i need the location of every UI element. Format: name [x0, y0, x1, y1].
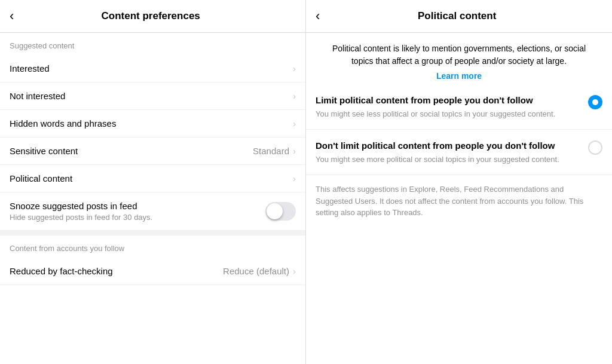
right-panel: ‹ Political content Political content is… [306, 0, 612, 364]
snooze-toggle[interactable] [265, 202, 296, 221]
left-panel: ‹ Content preferences Suggested content … [0, 0, 306, 364]
option-limit-title: Limit political content from people you … [316, 94, 581, 106]
hidden-words-label: Hidden words and phrases [10, 118, 293, 129]
not-interested-item[interactable]: Not interested › [0, 82, 305, 110]
section-divider [0, 231, 305, 235]
sensitive-content-label: Sensitive content [10, 146, 253, 156]
left-panel-title: Content preferences [19, 10, 283, 22]
political-content-chevron: › [293, 173, 296, 183]
sensitive-content-item[interactable]: Sensitive content Standard › [0, 137, 305, 165]
option-limit-text: Limit political content from people you … [316, 94, 581, 120]
fact-checking-item[interactable]: Reduced by fact-checking Reduce (default… [0, 258, 305, 285]
hidden-words-item[interactable]: Hidden words and phrases › [0, 110, 305, 137]
interested-item[interactable]: Interested › [0, 55, 305, 82]
option-limit-item[interactable]: Limit political content from people you … [306, 84, 612, 130]
learn-more-link[interactable]: Learn more [325, 71, 593, 81]
description-block: Political content is likely to mention g… [306, 33, 612, 84]
suggested-content-label: Suggested content [0, 33, 305, 55]
sensitive-content-value: Standard [253, 146, 289, 156]
sensitive-content-chevron: › [293, 146, 296, 156]
option-no-limit-title: Don't limit political content from peopl… [316, 139, 581, 152]
not-interested-label: Not interested [10, 91, 293, 101]
political-content-item[interactable]: Political content › [0, 165, 305, 192]
interested-chevron: › [293, 63, 296, 74]
snooze-title: Snooze suggested posts in feed [10, 201, 265, 211]
right-back-button[interactable]: ‹ [316, 10, 320, 23]
footer-note: This affects suggestions in Explore, Ree… [306, 175, 612, 227]
snooze-text: Snooze suggested posts in feed Hide sugg… [10, 201, 265, 222]
not-interested-chevron: › [293, 91, 296, 101]
hidden-words-chevron: › [293, 118, 296, 129]
snooze-item[interactable]: Snooze suggested posts in feed Hide sugg… [0, 192, 305, 231]
left-header: ‹ Content preferences [0, 0, 305, 33]
option-no-limit-desc: You might see more political or social t… [316, 154, 581, 165]
right-header: ‹ Political content [306, 0, 612, 33]
interested-label: Interested [10, 63, 293, 74]
right-panel-title: Political content [325, 10, 589, 22]
snooze-toggle-container [265, 202, 296, 221]
toggle-knob [267, 203, 283, 219]
fact-checking-value: Reduce (default) [223, 266, 289, 276]
political-content-label: Political content [10, 173, 293, 183]
fact-checking-label: Reduced by fact-checking [10, 266, 223, 276]
option-no-limit-text: Don't limit political content from peopl… [316, 139, 581, 165]
snooze-subtitle: Hide suggested posts in feed for 30 days… [10, 213, 265, 222]
option-limit-desc: You might see less political or social t… [316, 109, 581, 120]
option-no-limit-radio[interactable] [588, 140, 602, 155]
accounts-follow-label: Content from accounts you follow [0, 235, 305, 258]
left-back-button[interactable]: ‹ [10, 10, 14, 23]
description-text: Political content is likely to mention g… [332, 44, 586, 66]
fact-checking-chevron: › [293, 266, 296, 276]
option-no-limit-item[interactable]: Don't limit political content from peopl… [306, 130, 612, 175]
option-limit-radio[interactable] [588, 95, 602, 109]
